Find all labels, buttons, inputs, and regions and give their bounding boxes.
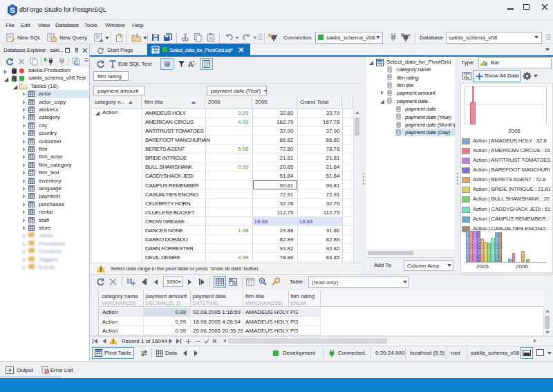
svg-text:A: A xyxy=(188,60,194,68)
svg-text:S: S xyxy=(10,6,15,15)
